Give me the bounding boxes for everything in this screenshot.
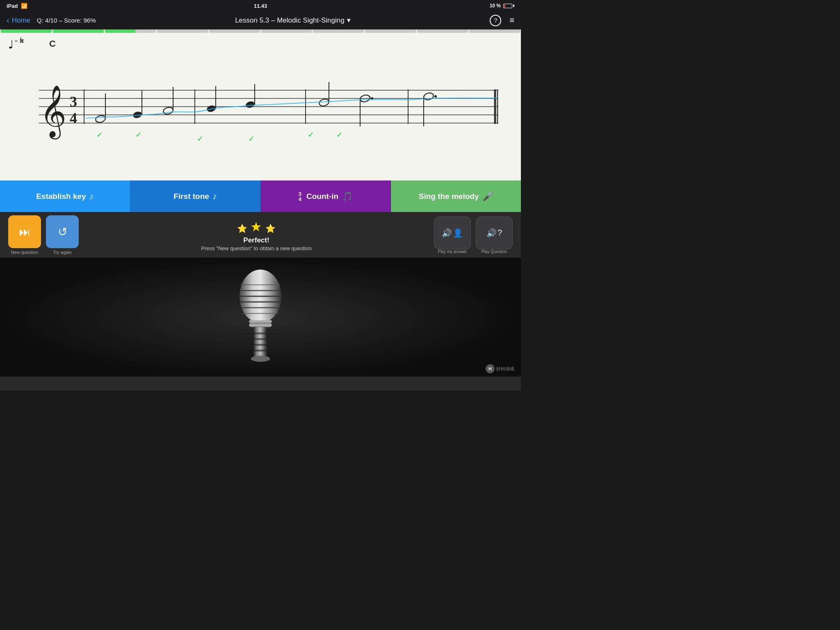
svg-text:𝄞: 𝄞 xyxy=(40,86,66,140)
establish-key-button[interactable]: Establish key ♪ xyxy=(0,180,130,212)
svg-point-28 xyxy=(318,98,329,107)
svg-point-33 xyxy=(423,92,434,101)
speaker-icon-1: 🔊 xyxy=(442,228,452,238)
progress-bar xyxy=(0,30,521,33)
sing-melody-button[interactable]: Sing the melody 🎤 xyxy=(391,180,521,212)
microphone-area: H 好特游戏 xyxy=(0,258,521,377)
back-arrow-icon: ‹ xyxy=(7,16,9,25)
status-bar: iPad 📶 11.43 10 % xyxy=(0,0,521,11)
skip-icon: ⏭ xyxy=(19,225,30,239)
battery-indicator xyxy=(503,4,514,8)
person-icon: 👤 xyxy=(453,228,463,238)
progress-seg-4 xyxy=(157,30,208,33)
svg-point-22 xyxy=(162,106,173,115)
nav-actions: ? ≡ xyxy=(490,15,514,26)
first-tone-label: First tone xyxy=(173,192,209,201)
lesson-title[interactable]: Lesson 5.3 – Melodic Sight-Singing ▾ xyxy=(235,16,351,25)
svg-text:4: 4 xyxy=(70,110,77,126)
key-indicator: C xyxy=(49,39,56,49)
svg-text:=: = xyxy=(15,39,17,43)
progress-seg-6 xyxy=(261,30,312,33)
svg-rect-55 xyxy=(253,344,268,346)
svg-text:✓: ✓ xyxy=(308,131,314,139)
play-question-label: Play Question xyxy=(482,249,507,254)
count-in-label: Count-in xyxy=(306,192,338,201)
progress-seg-7 xyxy=(313,30,364,33)
dropdown-icon: ▾ xyxy=(347,16,351,25)
action-row: ⏭ New question ↺ Try again ⭐ ★ ⭐ Perfect… xyxy=(0,212,521,258)
count-in-button[interactable]: 3 4 Count-in 🎵 xyxy=(261,180,391,212)
feedback-area: ⭐ ★ ⭐ Perfect! Press "New question" to o… xyxy=(201,219,311,251)
svg-point-18 xyxy=(95,114,106,123)
svg-text:3: 3 xyxy=(20,37,22,41)
tempo-indicator: ♩ = 𝄪 3 xyxy=(8,37,33,52)
svg-point-57 xyxy=(251,356,270,362)
time-display: 11.43 xyxy=(254,3,267,9)
sing-melody-label: Sing the melody xyxy=(419,192,479,201)
svg-point-34 xyxy=(434,95,437,98)
action-buttons-right: 🔊 👤 Play my answer 🔊 ? Play Question xyxy=(434,217,513,254)
battery-pct: 10 % xyxy=(490,3,501,9)
play-question-button[interactable]: 🔊 ? xyxy=(476,217,513,249)
music-icon-1: ♪ xyxy=(89,191,94,202)
score-display: Q: 4/10 – Score: 96% xyxy=(37,17,96,24)
retry-icon: ↺ xyxy=(58,225,67,239)
stars-display: ⭐ ★ ⭐ xyxy=(201,219,311,235)
feedback-subtitle: Press "New question" to obtain a new que… xyxy=(201,245,311,251)
progress-seg-9 xyxy=(417,30,468,33)
svg-text:✓: ✓ xyxy=(96,131,103,139)
mic-icon: 🎤 xyxy=(482,191,493,202)
play-my-answer-label: Play my answer xyxy=(438,249,467,254)
microphone-svg xyxy=(219,266,301,372)
try-again-label: Try again xyxy=(53,250,71,255)
step-buttons-row: Establish key ♪ First tone ♪ 3 4 Count-i… xyxy=(0,180,521,212)
device-label: iPad xyxy=(7,3,18,9)
nav-bar: ‹ Home Q: 4/10 – Score: 96% Lesson 5.3 –… xyxy=(0,11,521,30)
svg-rect-56 xyxy=(253,349,268,352)
svg-text:✓: ✓ xyxy=(336,131,342,139)
progress-seg-3 xyxy=(105,30,156,33)
new-question-button[interactable]: ⏭ xyxy=(8,215,41,248)
progress-seg-8 xyxy=(365,30,416,33)
progress-seg-5 xyxy=(209,30,260,33)
svg-text:✓: ✓ xyxy=(135,131,142,139)
svg-rect-51 xyxy=(249,324,272,326)
new-question-label: New question xyxy=(11,250,39,255)
svg-point-26 xyxy=(245,100,255,109)
staff-container: 𝄞 3 4 xyxy=(8,66,513,148)
establish-key-label: Establish key xyxy=(36,192,86,201)
svg-text:♩: ♩ xyxy=(8,38,14,51)
logo-circle: H xyxy=(486,364,495,373)
logo-text: 好特游戏 xyxy=(496,366,514,372)
svg-text:✓: ✓ xyxy=(197,135,203,143)
progress-seg-10 xyxy=(469,30,520,33)
help-button[interactable]: ? xyxy=(490,15,501,26)
controls-section: Establish key ♪ First tone ♪ 3 4 Count-i… xyxy=(0,180,521,390)
svg-text:3: 3 xyxy=(70,94,77,110)
wifi-icon: 📶 xyxy=(21,3,27,9)
feedback-title: Perfect! xyxy=(201,236,311,244)
question-mark-icon: ? xyxy=(498,228,502,237)
menu-button[interactable]: ≡ xyxy=(509,16,514,25)
count-in-badge: 3 4 xyxy=(299,191,301,202)
back-label: Home xyxy=(12,16,30,25)
nav-back[interactable]: ‹ Home Q: 4/10 – Score: 96% xyxy=(7,16,96,25)
play-my-answer-button[interactable]: 🔊 👤 xyxy=(434,217,471,249)
svg-rect-54 xyxy=(253,338,268,340)
action-buttons-left: ⏭ New question ↺ Try again xyxy=(8,215,79,255)
svg-rect-53 xyxy=(253,333,268,335)
svg-rect-52 xyxy=(253,327,267,358)
svg-rect-50 xyxy=(249,320,272,323)
branding-logo: H 好特游戏 xyxy=(486,364,514,373)
try-again-button[interactable]: ↺ xyxy=(46,215,79,248)
speaker-icon-2: 🔊 xyxy=(486,228,497,238)
svg-text:✓: ✓ xyxy=(248,135,254,143)
metronome-icon: 🎵 xyxy=(342,191,353,202)
first-tone-button[interactable]: First tone ♪ xyxy=(130,180,261,212)
music-icon-2: ♪ xyxy=(212,191,217,202)
progress-seg-2 xyxy=(53,30,104,33)
progress-seg-1 xyxy=(1,30,52,33)
